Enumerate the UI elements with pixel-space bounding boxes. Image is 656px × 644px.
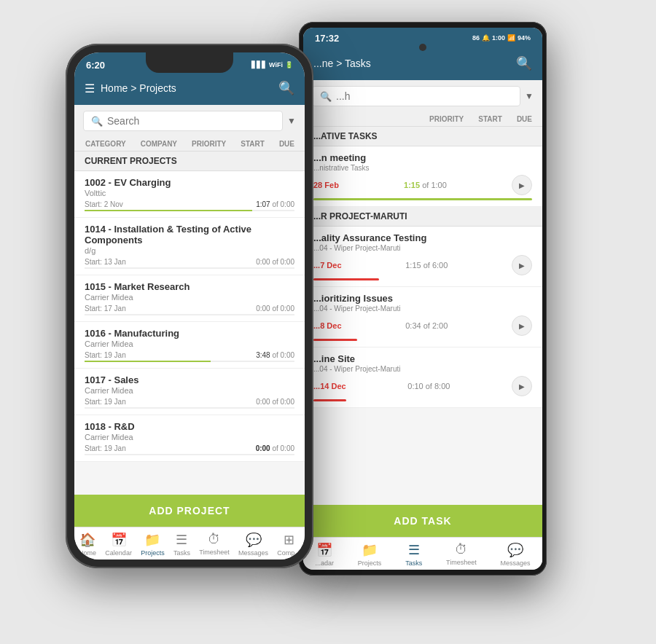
add-project-button[interactable]: ADD PROJECT — [74, 495, 305, 527]
phone2-col-due: DUE — [517, 115, 532, 123]
project-company: Volttic — [85, 189, 294, 197]
phone1-col-priority: PRIORITY — [192, 140, 226, 148]
task-play-btn[interactable]: ▶ — [512, 315, 532, 336]
task-play-btn[interactable]: ▶ — [512, 175, 532, 195]
phone2-nav-projects[interactable]: 📁 Projects — [358, 542, 382, 567]
phone1-status-icons: ▋▋▋ WiFi 🔋 — [251, 61, 293, 68]
phone2-bottom-nav: 📅 ...adar 📁 Projects ☰ Tasks ⏱ Timesheet… — [303, 537, 542, 570]
task-due: ...7 Dec — [313, 261, 342, 270]
phone2-search-mag-icon: 🔍 — [320, 91, 332, 102]
project-start: Start: 2 Nov — [85, 200, 123, 208]
project-name: 1016 - Manufacturing — [85, 328, 294, 339]
phone1-nav-home[interactable]: 🏠 Home — [79, 532, 96, 557]
phone2-dropdown-arrow[interactable]: ▼ — [525, 91, 534, 101]
project-item: 1016 - Manufacturing Carrier Midea Start… — [74, 322, 305, 369]
phone1-col-start: START — [241, 140, 265, 148]
phone2-breadcrumb: ...ne > Tasks — [313, 58, 371, 69]
project-item: 1018 - R&D Carrier Midea Start: 19 Jan 0… — [74, 415, 305, 462]
phone1-col-headers: CATEGORY COMPANY PRIORITY START DUE — [74, 137, 305, 152]
calendar-icon: 📅 — [111, 532, 127, 548]
task-name: ...ioritizing Issues — [313, 293, 532, 304]
project-item: 1014 - Installation & Testing of Active … — [74, 218, 305, 275]
task-name: ...ine Site — [313, 353, 532, 364]
phone1-search-input[interactable] — [107, 115, 275, 127]
phone2-search-input[interactable] — [336, 90, 512, 102]
task-project: ...04 - Wiper Project-Maruti — [313, 244, 532, 252]
hamburger-icon[interactable]: ☰ — [85, 82, 95, 95]
project-time: 3:48 of 0:00 — [256, 351, 294, 359]
task-name: ...n meeting — [313, 152, 532, 163]
phone2-search-bar: 🔍 ▼ — [303, 80, 542, 112]
phone2-nav-messages[interactable]: 💬 Messages — [501, 542, 531, 567]
project-time: 0:00 of 0:00 — [256, 258, 294, 266]
task-progress-line — [313, 339, 357, 341]
messages-icon: 💬 — [507, 542, 523, 558]
phone1-nav-tasks[interactable]: ☰ Tasks — [173, 532, 190, 557]
project-time: 0:00 of 0:00 — [256, 398, 294, 406]
phone1-nav-calendar[interactable]: 📅 Calendar — [105, 532, 132, 557]
project-item: 1017 - Sales Carrier Midea Start: 19 Jan… — [74, 369, 305, 415]
task-time: 1:15 of 6:00 — [405, 261, 448, 270]
project-name: 1002 - EV Charging — [85, 177, 294, 188]
task-progress-line — [313, 399, 346, 401]
phone1-time: 6:20 — [86, 60, 105, 71]
project-company: Carrier Midea — [85, 386, 294, 395]
task-progress-line — [313, 278, 379, 280]
home-icon: 🏠 — [79, 532, 95, 548]
project-start: Start: 19 Jan — [85, 351, 126, 359]
project-item: 1002 - EV Charging Volttic Start: 2 Nov … — [74, 171, 305, 218]
phone2-col-priority: PRIORITY — [429, 115, 464, 123]
task-play-btn[interactable]: ▶ — [512, 376, 532, 396]
phone2-status-icons: 86 🔔 1:00 📶 94% — [472, 34, 531, 42]
project-start: Start: 19 Jan — [85, 444, 126, 452]
task-play-btn[interactable]: ▶ — [512, 255, 532, 275]
phone1-header: ☰ Home > Projects 🔍 — [74, 71, 305, 105]
phone1-nav-messages[interactable]: 💬 Messages — [238, 532, 268, 557]
tasks-icon: ☰ — [408, 542, 420, 558]
task-due: ...14 Dec — [313, 382, 346, 390]
phone1-dropdown-arrow[interactable]: ▼ — [287, 116, 296, 126]
phone2-nav-timesheet[interactable]: ⏱ Timesheet — [446, 542, 477, 567]
phone2-nav-tasks[interactable]: ☰ Tasks — [405, 542, 422, 567]
task-project: ...nistrative Tasks — [313, 164, 532, 172]
comp-icon: ⊞ — [284, 532, 294, 548]
project-company: d/g — [85, 246, 294, 255]
phone1-col-due: DUE — [279, 140, 294, 148]
task-due: ...8 Dec — [313, 321, 342, 330]
project-start: Start: 19 Jan — [85, 398, 126, 406]
phone2-nav-calendar[interactable]: 📅 ...adar — [315, 542, 334, 567]
project-name: 1015 - Market Research — [85, 281, 294, 292]
phone1-notch — [146, 52, 233, 73]
phone1-search-icon[interactable]: 🔍 — [278, 80, 294, 96]
phone1-nav-projects[interactable]: 📁 Projects — [141, 532, 165, 557]
timesheet-icon: ⏱ — [455, 542, 468, 557]
project-name: 1014 - Installation & Testing of Active … — [85, 224, 294, 246]
phone1-section-title: CURRENT PROJECTS — [74, 152, 305, 171]
phone1-nav-timesheet[interactable]: ⏱ Timesheet — [199, 532, 230, 557]
task-name: ...ality Assurance Testing — [313, 232, 532, 243]
project-company: Carrier Midea — [85, 339, 294, 348]
phone1-breadcrumb: Home > Projects — [101, 82, 176, 94]
projects-icon: 📁 — [362, 542, 378, 558]
phone2-header: ...ne > Tasks 🔍 — [303, 47, 542, 80]
project-company: Carrier Midea — [85, 433, 294, 441]
task-time: 0:34 of 2:00 — [405, 321, 448, 330]
task-item: ...ality Assurance Testing ...04 - Wiper… — [303, 227, 542, 287]
project-time: 0:00 of 0:00 — [256, 305, 294, 313]
task-time: 0:10 of 8:00 — [407, 382, 450, 390]
phone2-section2-title: ...R PROJECT-MARUTI — [303, 207, 542, 227]
phone1: 6:20 ▋▋▋ WiFi 🔋 ☰ Home > Projects 🔍 🔍 — [66, 44, 313, 568]
task-item: ...n meeting ...nistrative Tasks 28 Feb … — [303, 146, 542, 207]
project-name: 1017 - Sales — [85, 374, 294, 385]
add-task-button[interactable]: ADD TASK — [303, 505, 542, 537]
phone1-col-category: CATEGORY — [85, 140, 126, 148]
timesheet-icon: ⏱ — [208, 532, 221, 547]
phone2-time: 17:32 — [315, 33, 339, 44]
task-due: 28 Feb — [313, 181, 339, 189]
project-time: 0:00 of 0:00 — [256, 444, 294, 452]
project-company: Carrier Midea — [85, 293, 294, 302]
project-name: 1018 - R&D — [85, 421, 294, 432]
project-start: Start: 17 Jan — [85, 305, 126, 313]
phone1-nav-comp[interactable]: ⊞ Comp... — [277, 532, 300, 557]
phone2-search-icon[interactable]: 🔍 — [516, 55, 532, 71]
